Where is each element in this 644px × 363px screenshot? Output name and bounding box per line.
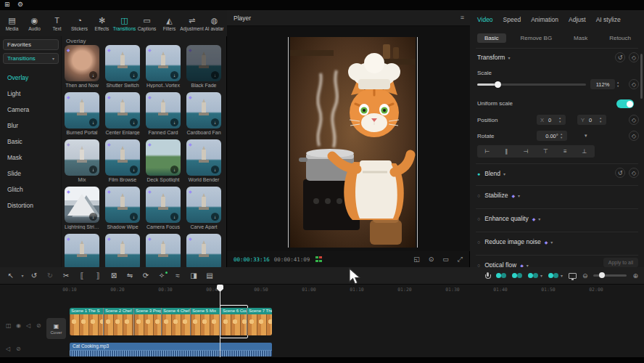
- tab-speed[interactable]: Speed: [503, 16, 521, 23]
- subtab-remove-bg[interactable]: Remove BG: [513, 33, 560, 43]
- transition-item[interactable]: ◆↓ Carve Apart: [186, 187, 221, 229]
- transition-item[interactable]: ◆↓ Black Fade: [186, 45, 221, 88]
- delete-icon[interactable]: ⊠: [106, 272, 122, 280]
- crop-handle-right[interactable]: [417, 37, 418, 248]
- keyframe-transform-icon[interactable]: ◇: [629, 52, 639, 62]
- scale-value[interactable]: 112%: [590, 79, 615, 89]
- preview-axis-icon[interactable]: [569, 273, 577, 279]
- tab-filters[interactable]: ◭Filters: [158, 12, 181, 36]
- undo-icon[interactable]: ↺: [26, 272, 42, 280]
- mask-icon[interactable]: ◨: [186, 272, 202, 280]
- tab-adjust[interactable]: Adjust: [569, 16, 586, 23]
- transition-item[interactable]: ◆↓ Film Browse: [105, 139, 140, 182]
- transition-item[interactable]: ◆↓ Mix: [65, 139, 99, 182]
- favorites-button[interactable]: Favorites: [3, 39, 59, 50]
- position-y-stepper[interactable]: ▴▾: [600, 116, 601, 123]
- marker-pair-icon[interactable]: [512, 273, 522, 278]
- record-voiceover-icon[interactable]: [485, 272, 490, 280]
- clip-scene-6-selected[interactable]: Scene 6 Cou: [220, 308, 247, 335]
- timeline-zoom-knob[interactable]: [599, 272, 605, 278]
- audio-mute-icon[interactable]: ◁: [6, 346, 10, 352]
- transition-pair-icon[interactable]: [528, 273, 538, 278]
- tab-adjustment[interactable]: ⇌Adjustment: [181, 12, 203, 36]
- timeline-zoom-slider[interactable]: [593, 274, 627, 277]
- transition-item[interactable]: ◆↓ Hypnot..Vortex: [146, 45, 181, 88]
- uniform-scale-toggle[interactable]: [616, 99, 634, 108]
- keyframe-position-icon[interactable]: ◇: [629, 115, 639, 125]
- sidebar-item-basic[interactable]: Basic: [0, 135, 62, 147]
- cover-button[interactable]: ▣ Cover: [46, 318, 66, 339]
- trim-left-icon[interactable]: ⟦: [74, 272, 90, 280]
- position-x-field[interactable]: X0: [537, 115, 566, 125]
- sidebar-item-mask[interactable]: Mask: [0, 151, 62, 163]
- position-y-field[interactable]: Y0: [577, 115, 606, 125]
- transform-header[interactable]: Transform▾: [477, 54, 510, 61]
- clip-scene-4[interactable]: Scene 4 Chef: [161, 308, 190, 335]
- track-visibility-icon[interactable]: ◉: [16, 322, 21, 329]
- stabilize-section[interactable]: ○ Stabilize ◆ ▾: [477, 192, 520, 199]
- aspect-ratio-icon[interactable]: ◱: [413, 256, 420, 264]
- transition-item[interactable]: ◆↓ Lightning Strike: [65, 187, 99, 229]
- reset-transform-icon[interactable]: ↺: [615, 52, 625, 62]
- tab-text[interactable]: TText: [46, 12, 68, 36]
- align-center-h-icon[interactable]: ∥: [505, 148, 508, 155]
- transition-item[interactable]: ◆↓ Camera Focus: [146, 187, 181, 229]
- scale-stepper[interactable]: ▴▾: [617, 81, 619, 88]
- keyframe-blend-icon[interactable]: ◇: [629, 168, 639, 178]
- reset-blend-icon[interactable]: ↺: [615, 168, 625, 178]
- mirror-icon[interactable]: ⇋: [122, 272, 138, 280]
- sidebar-item-light[interactable]: Light: [0, 87, 62, 99]
- tab-stickers[interactable]: ◔Stickers: [68, 12, 91, 36]
- apply-to-all-button[interactable]: Apply to all: [603, 258, 638, 267]
- tab-audio[interactable]: ◉Audio: [23, 12, 46, 36]
- audio-lock-icon[interactable]: ⊘: [16, 346, 21, 352]
- transition-item[interactable]: ◆↓ Then and Now: [65, 45, 99, 88]
- sidebar-item-slide[interactable]: Slide: [0, 167, 62, 179]
- enhance-quality-section[interactable]: ○ Enhance quality ◆ ▾: [477, 215, 540, 222]
- split-icon[interactable]: ✂: [58, 272, 74, 280]
- tab-animation[interactable]: Animation: [531, 16, 558, 23]
- sidebar-item-camera[interactable]: Camera: [0, 103, 62, 115]
- align-right-icon[interactable]: ⊣: [523, 148, 528, 155]
- preview-quality-icon[interactable]: [315, 256, 322, 262]
- tab-video[interactable]: Video: [477, 16, 493, 23]
- fullscreen-icon[interactable]: ⤢: [458, 256, 463, 264]
- clip-scene-2[interactable]: Scene 2 Chef: [103, 308, 133, 335]
- clip-scene-5[interactable]: Scene 5 Mix: [190, 308, 220, 335]
- zoom-in-icon[interactable]: ⊕: [632, 272, 638, 280]
- transition-item[interactable]: ◆: [186, 234, 221, 267]
- align-bottom-icon[interactable]: ⊥: [582, 148, 587, 155]
- player-menu-icon[interactable]: ≡: [461, 14, 464, 21]
- tab-ai-stylize[interactable]: AI stylize: [596, 16, 621, 23]
- align-left-icon[interactable]: ⊢: [484, 148, 490, 155]
- keyframe-scale-icon[interactable]: ◇: [629, 79, 639, 89]
- rotate-stepper[interactable]: ▴▾: [561, 132, 562, 139]
- select-tool-icon[interactable]: ↖: [3, 272, 19, 280]
- trim-right-icon[interactable]: ⟧: [90, 272, 106, 280]
- transition-item[interactable]: ◆↓ World Bender: [186, 139, 221, 182]
- sidebar-item-blur[interactable]: Blur: [0, 119, 62, 131]
- chevron-down-icon[interactable]: ▾: [561, 273, 563, 278]
- tab-media[interactable]: ▤Media: [1, 12, 23, 36]
- playhead-line[interactable]: [220, 285, 220, 357]
- chevron-down-icon[interactable]: ▾: [540, 273, 542, 278]
- track-mute-icon[interactable]: ◁: [26, 322, 30, 329]
- transition-item[interactable]: ◆↓ Cardboard Fan: [186, 92, 221, 135]
- snapshot-icon[interactable]: ⊙: [429, 256, 434, 264]
- tab-captions[interactable]: ▭Captions: [136, 12, 158, 36]
- smart-cutout-icon[interactable]: ✧: [154, 272, 170, 280]
- app-menu-icon[interactable]: ⊞: [4, 1, 10, 8]
- blend-section[interactable]: ● Blend ▾: [477, 170, 505, 177]
- clip-scene-3[interactable]: Scene 3 Prep: [133, 308, 161, 335]
- inspector-scrollbar[interactable]: [640, 54, 643, 99]
- track-thumb-icon[interactable]: ◫: [6, 322, 12, 329]
- rotate-icon[interactable]: ⟳: [138, 272, 154, 280]
- zoom-out-icon[interactable]: ⊖: [582, 272, 588, 280]
- settings-icon[interactable]: ⚙: [17, 1, 23, 8]
- preview-video[interactable]: [290, 37, 416, 248]
- scale-slider-knob[interactable]: [495, 81, 501, 88]
- transition-item[interactable]: ◆: [65, 234, 99, 267]
- audio-wave-icon[interactable]: ≈: [170, 272, 186, 280]
- audio-track-clip[interactable]: Cat Cooking.mp3: [70, 343, 272, 356]
- subtab-mask[interactable]: Mask: [566, 33, 595, 43]
